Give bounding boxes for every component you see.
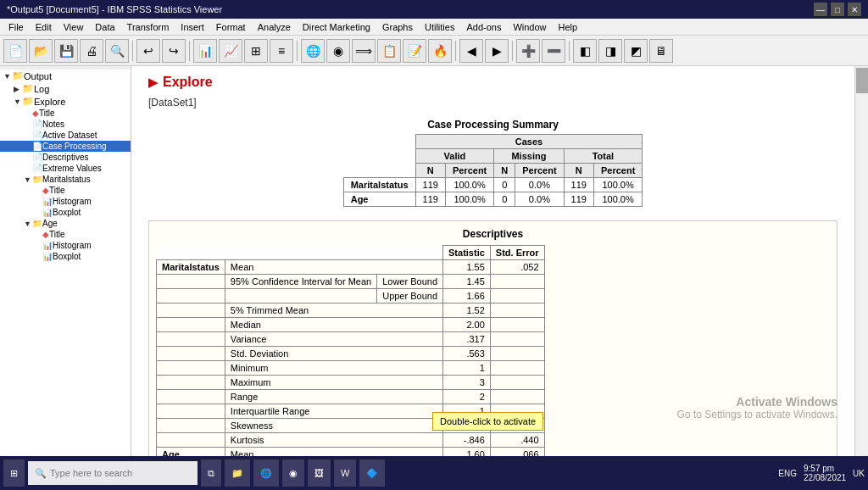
file-explorer-taskbar[interactable]: 📁: [225, 459, 250, 487]
toolbar-btn-2[interactable]: 📈: [219, 39, 242, 63]
menu-format[interactable]: Format: [211, 21, 251, 33]
menu-window[interactable]: Window: [508, 21, 551, 33]
menu-direct-marketing[interactable]: Direct Marketing: [298, 21, 376, 33]
stat-mean-err: .052: [490, 260, 544, 275]
menu-transform[interactable]: Transform: [122, 21, 175, 33]
redo-button[interactable]: ↪: [162, 39, 186, 63]
sidebar-item-notes[interactable]: 📄 Notes: [0, 119, 131, 130]
age-valid-n: 119: [415, 192, 445, 207]
toolbar-btn-10[interactable]: 🔥: [428, 39, 452, 63]
toolbar-btn-8[interactable]: 📋: [377, 39, 401, 63]
toolbar-btn-5[interactable]: 🌐: [301, 39, 325, 63]
maximize-button[interactable]: □: [831, 3, 844, 16]
start-button[interactable]: ⊞: [3, 459, 25, 487]
toolbar-btn-14[interactable]: ◨: [598, 39, 622, 63]
sidebar-label-notes: Notes: [42, 120, 64, 129]
tooltip-box: Double-click to activate: [432, 412, 543, 431]
toolbar-btn-3[interactable]: ⊞: [244, 39, 268, 63]
sidebar-label-active-dataset: Active Dataset: [42, 131, 97, 140]
sidebar-item-age-boxplot[interactable]: 📊 Boxplot: [0, 251, 131, 262]
table-row: Age 119 100.0% 0 0.0% 119 100.0%: [343, 192, 643, 207]
toolbar-btn-15[interactable]: ◩: [624, 39, 648, 63]
toolbar-btn-16[interactable]: 🖥: [649, 39, 673, 63]
stat-maximum-val: 3: [443, 376, 491, 390]
menu-graphs[interactable]: Graphs: [377, 21, 418, 33]
save-button[interactable]: 💾: [54, 39, 78, 63]
photos-taskbar[interactable]: 🖼: [308, 459, 331, 487]
close-button[interactable]: ✕: [848, 3, 861, 16]
sidebar-item-extreme-values[interactable]: 📄 Extreme Values: [0, 163, 131, 174]
word-taskbar[interactable]: W: [334, 459, 356, 487]
sidebar-item-explore[interactable]: ▼ 📁 Explore: [0, 95, 131, 108]
menu-file[interactable]: File: [3, 21, 29, 33]
scrollbar[interactable]: [854, 66, 868, 471]
sidebar-item-active-dataset[interactable]: 📄 Active Dataset: [0, 130, 131, 141]
menu-data[interactable]: Data: [90, 21, 120, 33]
sidebar-label-title1: Title: [39, 109, 55, 118]
task-view-button[interactable]: ⧉: [201, 459, 221, 487]
forward-button[interactable]: ▶: [485, 39, 509, 63]
toolbar-btn-9[interactable]: 📝: [403, 39, 426, 63]
sidebar-item-output[interactable]: ▼ 📁 Output: [0, 70, 131, 82]
menu-insert[interactable]: Insert: [175, 21, 209, 33]
toggle-output[interactable]: ▼: [3, 72, 12, 81]
taskbar-region: UK: [853, 469, 865, 478]
sidebar-item-case-processing[interactable]: 📄 Case Processing: [0, 141, 131, 152]
folder-icon-output: 📁: [12, 70, 24, 81]
toggle-age[interactable]: ▼: [24, 220, 32, 228]
menu-analyze[interactable]: Analyze: [253, 21, 296, 33]
sidebar-item-ms-histogram[interactable]: 📊 Histogram: [0, 196, 131, 207]
toolbar-btn-1[interactable]: 📊: [193, 39, 217, 63]
folder-icon-age: 📁: [32, 219, 42, 228]
toggle-maritalstatus[interactable]: ▼: [24, 175, 32, 184]
find-button[interactable]: 🔍: [105, 39, 129, 63]
taskbar-search-box[interactable]: 🔍: [28, 461, 198, 485]
age-missing-n: 0: [494, 192, 515, 207]
stat-range-val: 2: [443, 390, 491, 404]
sidebar-item-age-histogram[interactable]: 📊 Histogram: [0, 240, 131, 251]
toggle-explore[interactable]: ▼: [14, 97, 22, 106]
menu-utilities[interactable]: Utilities: [420, 21, 459, 33]
chrome-taskbar[interactable]: ◉: [282, 459, 304, 487]
toolbar-btn-7[interactable]: ⟹: [352, 39, 376, 63]
sidebar-label-age-title: Title: [49, 230, 65, 239]
sidebar-item-maritalstatus[interactable]: ▼ 📁 Maritalstatus: [0, 174, 131, 185]
ms-total-pct: 100.0%: [593, 178, 642, 192]
toolbar-btn-6[interactable]: ◉: [326, 39, 350, 63]
menu-add-ons[interactable]: Add-ons: [461, 21, 506, 33]
open-button[interactable]: 📂: [29, 39, 53, 63]
toggle-log[interactable]: ▶: [14, 85, 22, 93]
menu-help[interactable]: Help: [554, 21, 583, 33]
sidebar-item-descriptives[interactable]: 📄 Descriptives: [0, 152, 131, 163]
stat-mean-val: 1.55: [443, 260, 491, 275]
toolbar-btn-12[interactable]: ➖: [542, 39, 565, 63]
back-button[interactable]: ◀: [459, 39, 483, 63]
separator-1: [132, 41, 133, 61]
sidebar-item-age-title[interactable]: ◆ Title: [0, 229, 131, 240]
edge-taskbar[interactable]: 🌐: [253, 459, 279, 487]
taskbar-search-input[interactable]: [50, 468, 186, 478]
menu-edit[interactable]: Edit: [31, 21, 57, 33]
table-row: 95% Confidence Interval for Mean Lower B…: [157, 275, 545, 289]
stat-ci-upper-val: 1.66: [443, 289, 491, 303]
sidebar-item-ms-title[interactable]: ◆ Title: [0, 185, 131, 196]
sidebar-label-ms-histogram: Histogram: [53, 197, 92, 206]
stat-kurtosis-val: -.846: [443, 433, 491, 448]
sidebar-item-log[interactable]: ▶ 📁 Log: [0, 82, 131, 95]
row-age: Age: [343, 192, 415, 207]
taskbar-datetime: 9:57 pm 22/08/2021: [804, 464, 846, 482]
toolbar-btn-11[interactable]: ➕: [516, 39, 540, 63]
menu-view[interactable]: View: [58, 21, 89, 33]
minimize-button[interactable]: —: [814, 3, 827, 16]
new-button[interactable]: 📄: [3, 39, 27, 63]
sidebar-item-title1[interactable]: ◆ Title: [0, 108, 131, 119]
sidebar-item-age[interactable]: ▼ 📁 Age: [0, 218, 131, 229]
undo-button[interactable]: ↩: [136, 39, 160, 63]
spss-taskbar[interactable]: 🔷: [359, 459, 385, 487]
descriptives-table[interactable]: Statistic Std. Error Maritalstatus Mean …: [156, 245, 545, 471]
print-button[interactable]: 🖨: [80, 39, 103, 63]
toolbar-btn-13[interactable]: ◧: [573, 39, 597, 63]
toolbar-btn-4[interactable]: ≡: [270, 39, 293, 63]
doc-icon-title1: ◆: [32, 109, 39, 118]
sidebar-item-ms-boxplot[interactable]: 📊 Boxplot: [0, 207, 131, 218]
